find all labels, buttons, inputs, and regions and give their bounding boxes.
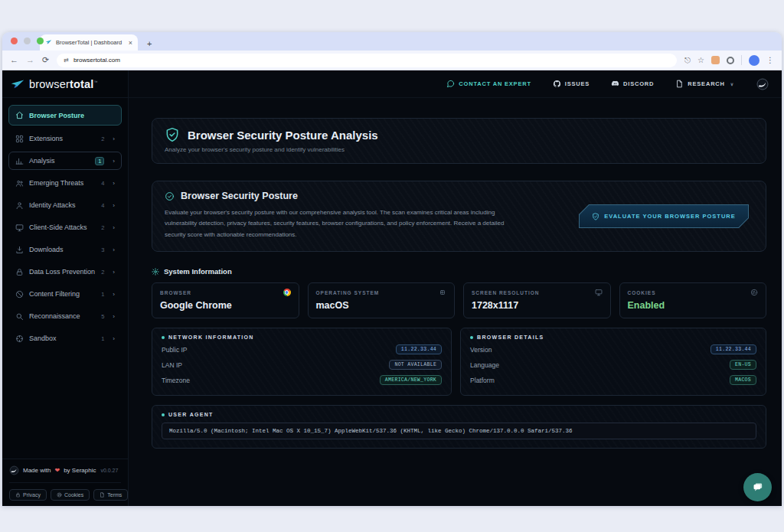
system-information-title: System Information (164, 267, 232, 276)
row-label: Language (470, 361, 499, 369)
heart-icon: ❤ (54, 467, 60, 474)
chat-widget-button[interactable] (743, 473, 772, 501)
topnav-item-label: ISSUES (565, 80, 590, 87)
shield-check-icon (165, 127, 180, 142)
back-button[interactable]: ← (10, 56, 18, 64)
made-with-text: Made with (23, 467, 51, 474)
network-panel-title: NETWORK INFORMATION (168, 335, 254, 340)
topnav-item[interactable]: CONTACT AN EXPERT ∨ (446, 80, 531, 88)
ban-icon (15, 290, 24, 299)
system-card-value: Google Chrome (160, 300, 291, 311)
sidebar-item-label: Data Loss Prevention (29, 268, 95, 276)
browser-detail-row: Platform MACOS (470, 375, 756, 385)
footer-link-label: Privacy (23, 492, 41, 498)
chat-icon (446, 80, 455, 88)
system-card-label: SCREEN RESOLUTION (472, 290, 540, 295)
brand-logo[interactable]: browsertotal™ (2, 70, 128, 98)
topnav-item-label: DISCORD (623, 80, 654, 87)
monitor-icon (595, 289, 603, 296)
profile-avatar[interactable] (749, 55, 760, 66)
document-icon (100, 492, 105, 498)
sidebar-item-badge: 2 (101, 135, 104, 142)
system-card-value: Enabled (628, 300, 759, 311)
chevron-right-icon: › (113, 269, 115, 276)
sidebar-item-label: Emerging Threats (29, 179, 83, 187)
browser-window: BrowserTotal | Dashboard × + ← → ⟳ ⇄ bro… (2, 32, 782, 506)
footer-link-button[interactable]: Terms (93, 489, 128, 501)
hero-card: Browser Security Posture Analysis Analyz… (152, 118, 766, 164)
network-row: Timezone AMERICA/NEW_YORK (162, 375, 442, 385)
chrome-logo-icon (283, 289, 291, 296)
share-icon[interactable]: ⎋ (684, 56, 691, 65)
chevron-right-icon: › (113, 180, 115, 187)
url-text: browsertotal.com (74, 57, 120, 64)
address-bar[interactable]: ⇄ browsertotal.com (57, 54, 677, 67)
close-window-button[interactable] (11, 38, 18, 44)
sidebar-item[interactable]: Emerging Threats 4 › (8, 174, 122, 192)
sidebar-item[interactable]: Content Filtering 1 › (8, 285, 122, 303)
toolbar-actions: ⎋ ☆ ⋮ (684, 55, 774, 66)
minimize-window-button[interactable] (24, 38, 31, 44)
user-agent-title: USER AGENT (168, 412, 214, 417)
topnav-item[interactable]: RESEARCH ∨ (675, 80, 734, 88)
system-card-value: 1728x1117 (472, 300, 603, 311)
sidebar-item[interactable]: Data Loss Prevention 2 › (8, 263, 122, 281)
main-area: CONTACT AN EXPERT ∨ ISSUES ∨ (129, 70, 782, 506)
footer-link-button[interactable]: Privacy (9, 489, 47, 501)
sidebar-item[interactable]: Analysis 1 › (8, 152, 122, 170)
chevron-right-icon: › (113, 158, 115, 165)
chat-bubbles-icon (751, 481, 764, 494)
sidebar-item[interactable]: Client-Side Attacks 2 › (8, 218, 122, 237)
extension-pin-icon[interactable] (711, 56, 720, 64)
row-value-badge: AMERICA/NEW_YORK (380, 375, 442, 385)
extensions-icon[interactable] (727, 57, 734, 64)
bookmark-star-icon[interactable]: ☆ (697, 56, 704, 64)
sidebar-item[interactable]: Reconnaissance 5 › (8, 307, 122, 325)
footer-links: Privacy Cookies Terms (9, 482, 121, 501)
topnav-item[interactable]: DISCORD ∨ (611, 80, 654, 88)
sidebar-item[interactable]: Downloads 3 › (8, 240, 122, 259)
zoom-window-button[interactable] (37, 38, 44, 44)
posture-description: Evaluate your browser's security posture… (165, 207, 526, 240)
sidebar-item-label: Extensions (29, 135, 63, 142)
brand-name: browsertotal™ (29, 78, 98, 90)
footer-link-button[interactable]: Cookies (51, 489, 90, 501)
chip-icon (439, 289, 446, 296)
site-settings-icon[interactable]: ⇄ (64, 57, 69, 64)
cookie-icon (750, 289, 758, 296)
sidebar-item-label: Analysis (29, 157, 55, 165)
window-controls (11, 38, 44, 44)
row-value-badge: NOT AVAILABLE (389, 360, 442, 370)
sidebar-item[interactable]: Identity Attacks 4 › (8, 196, 122, 214)
target-icon (15, 335, 24, 343)
topnav-item[interactable]: ISSUES ∨ (553, 80, 590, 88)
browser-tab[interactable]: BrowserTotal | Dashboard × (40, 34, 138, 51)
sidebar-item-label: Browser Posture (29, 112, 84, 119)
evaluate-posture-button[interactable]: EVALUATE YOUR BROWSER POSTURE (579, 204, 749, 228)
posture-title: Browser Security Posture (181, 191, 298, 201)
sidebar-item[interactable]: Browser Posture (8, 105, 122, 126)
forward-button[interactable]: → (26, 56, 34, 64)
seraphic-logo-icon (9, 465, 19, 475)
sidebar-footer: Made with ❤ by Seraphic v0.0.27 Privacy (2, 459, 128, 506)
new-tab-button[interactable]: + (147, 40, 152, 48)
top-navigation: CONTACT AN EXPERT ∨ ISSUES ∨ (129, 70, 782, 98)
sidebar-item-badge: 1 (101, 291, 104, 298)
sidebar-item[interactable]: Sandbox 1 › (8, 329, 122, 348)
row-label: Platform (470, 377, 495, 384)
sidebar-item-badge: 4 (101, 202, 104, 209)
page-subtitle: Analyze your browser's security posture … (165, 146, 753, 153)
chevron-right-icon: › (113, 135, 115, 142)
sidebar-item-badge: 3 (101, 246, 104, 253)
monitor-icon (15, 224, 24, 232)
reload-button[interactable]: ⟳ (42, 56, 49, 64)
users-icon (15, 179, 24, 188)
sidebar-item[interactable]: Extensions 2 › (8, 129, 122, 148)
seraphic-logo-icon[interactable] (756, 77, 769, 91)
tab-close-icon[interactable]: × (129, 39, 132, 47)
network-information-panel: NETWORK INFORMATION Public IP 11.22.33.4… (152, 328, 452, 396)
browser-menu-icon[interactable]: ⋮ (766, 56, 774, 64)
browser-details-panel: BROWSER DETAILS Version 11.22.33.44 (460, 328, 766, 396)
row-label: Public IP (162, 346, 188, 354)
browsertotal-logo-icon (11, 79, 24, 90)
